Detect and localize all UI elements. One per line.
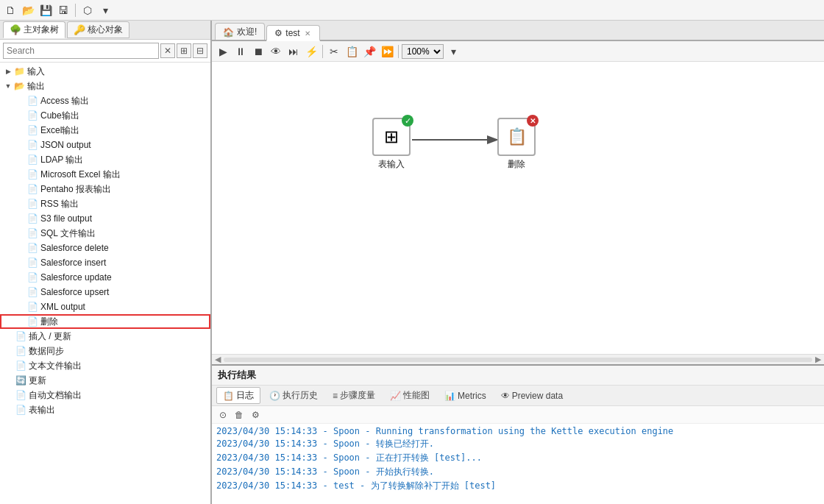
results-panel: 执行结果 📋 日志 🕐 执行历史 ≡ 步骤度量 (212, 364, 824, 504)
results-tab-history[interactable]: 🕐 执行历史 (263, 388, 324, 403)
log-line-1: 2023/04/30 15:14:33 - Spoon - 转换已经打开. (216, 437, 820, 451)
dropdown-icon[interactable]: ▾ (98, 3, 113, 18)
tree-item-access-output[interactable]: 📄 Access 输出 (0, 93, 210, 108)
welcome-tab-icon: 🏠 (223, 27, 234, 38)
tree-item-s3[interactable]: 📄 S3 file output (0, 211, 210, 226)
node-delete-label: 删除 (508, 158, 525, 171)
tree-item-sf-delete[interactable]: 📄 Salesforce delete (0, 241, 210, 255)
paste-btn[interactable]: 📌 (361, 43, 377, 60)
excel-output-icon: 📄 (26, 124, 38, 136)
log-stop-btn[interactable]: ⊙ (216, 408, 230, 422)
node-table-input-icon: ⊞ (384, 127, 399, 147)
layers-icon[interactable]: ⬡ (80, 3, 95, 18)
fast-fwd-btn[interactable]: ⚡ (303, 43, 319, 60)
log-settings-btn[interactable]: ⚙ (249, 408, 262, 422)
zoom-dropdown-btn[interactable]: ▾ (445, 43, 461, 60)
node-delete-badge: ✕ (527, 115, 539, 127)
input-label: 输入 (27, 65, 45, 78)
results-tab-steps[interactable]: ≡ 步骤度量 (327, 388, 381, 403)
tree-item-output[interactable]: ▼ 📂 输出 (0, 79, 210, 93)
cut-btn[interactable]: ✂ (326, 43, 342, 60)
log-clear-btn[interactable]: 🗑 (232, 408, 246, 422)
tree-item-delete[interactable]: 📄 删除 (0, 314, 210, 329)
pause-btn[interactable]: ⏸ (232, 43, 249, 60)
search-clear-btn[interactable]: ✕ (160, 43, 175, 58)
tree-item-xml-output[interactable]: 📄 XML output (0, 299, 210, 314)
tree-item-table-output[interactable]: 📄 表输出 (0, 402, 210, 417)
step-btn[interactable]: ⏩ (379, 43, 395, 60)
results-tabs: 📋 日志 🕐 执行历史 ≡ 步骤度量 📈 性能图 (212, 386, 824, 406)
tree-item-insert-update[interactable]: 📄 插入 / 更新 (0, 329, 210, 344)
excel-output-label: Excel输出 (40, 124, 79, 137)
tab-test[interactable]: ⚙ test ✕ (266, 25, 319, 41)
tree-item-sf-insert[interactable]: 📄 Salesforce insert (0, 255, 210, 270)
text-file-icon: 📄 (15, 360, 26, 372)
xml-output-icon: 📄 (26, 301, 38, 313)
table-output-label: 表输出 (29, 404, 55, 416)
tab-main-objects-label: 主对象树 (24, 24, 59, 36)
tree-item-ms-excel[interactable]: 📄 Microsoft Excel 输出 (0, 167, 210, 182)
tree-item-auto-doc[interactable]: 📄 自动文档输出 (0, 388, 210, 402)
tab-main-objects[interactable]: 🌳 主对象树 (3, 21, 65, 38)
cube-output-icon: 📄 (26, 110, 38, 121)
log-content: 2023/04/30 15:14:33 - Spoon - Running tr… (212, 424, 824, 504)
text-file-label: 文本文件输出 (29, 360, 82, 372)
zoom-select[interactable]: 100% 75% 50% 150% (402, 44, 444, 59)
update-label: 更新 (29, 375, 46, 387)
tree-item-rss[interactable]: 📄 RSS 输出 (0, 196, 210, 211)
eye-btn[interactable]: 👁 (268, 43, 284, 60)
rss-icon: 📄 (26, 198, 38, 210)
top-toolbar: 🗋 📂 💾 🖫 ⬡ ▾ (0, 0, 824, 21)
tab-welcome[interactable]: 🏠 欢迎! (215, 23, 265, 40)
log-line-4: 2023/04/30 15:14:33 - test - 为了转换解除补丁开始 … (216, 479, 820, 493)
results-tab-log[interactable]: 📋 日志 (216, 387, 260, 404)
preview-tab-label: Preview data (512, 391, 563, 401)
play-btn[interactable]: ▶ (215, 43, 231, 60)
node-delete[interactable]: 📋 ✕ 删除 (497, 118, 536, 171)
insert-update-label: 插入 / 更新 (29, 330, 71, 343)
stop-btn[interactable]: ⏹ (250, 43, 266, 60)
tree-item-data-sync[interactable]: 📄 数据同步 (0, 344, 210, 358)
saveas-icon[interactable]: 🖫 (56, 3, 71, 18)
main-objects-icon: 🌳 (10, 24, 21, 35)
tree-item-input[interactable]: ▶ 📁 输入 (0, 64, 210, 79)
tree-item-text-file[interactable]: 📄 文本文件输出 (0, 358, 210, 373)
tree-item-sf-upsert[interactable]: 📄 Salesforce upsert (0, 285, 210, 299)
open-icon[interactable]: 📂 (21, 3, 35, 18)
h-scrollbar[interactable]: ◀ ▶ (212, 354, 824, 364)
tab-core-objects[interactable]: 🔑 核心对象 (67, 21, 129, 38)
access-output-icon: 📄 (26, 95, 38, 107)
data-sync-label: 数据同步 (29, 345, 64, 358)
results-tab-preview[interactable]: 👁 Preview data (495, 389, 569, 402)
toolbar-sep-1 (75, 4, 76, 17)
tree-item-sf-update[interactable]: 📄 Salesforce update (0, 270, 210, 285)
preview-tab-icon: 👁 (501, 391, 510, 401)
tree-item-json-output[interactable]: 📄 JSON output (0, 138, 210, 152)
tab-welcome-label: 欢迎! (237, 26, 257, 38)
results-tab-metrics[interactable]: 📊 Metrics (438, 389, 492, 402)
new-icon[interactable]: 🗋 (3, 3, 18, 18)
tree-item-pentaho[interactable]: 📄 Pentaho 报表输出 (0, 182, 210, 196)
save-icon[interactable]: 💾 (38, 3, 53, 18)
tree-item-excel-output[interactable]: 📄 Excel输出 (0, 123, 210, 138)
results-tab-perf[interactable]: 📈 性能图 (384, 388, 436, 403)
node-table-input-badge: ✓ (402, 115, 413, 127)
skip-fwd-btn[interactable]: ⏭ (285, 43, 302, 60)
tab-test-close[interactable]: ✕ (303, 29, 312, 38)
copy-btn[interactable]: 📋 (344, 43, 360, 60)
s3-icon: 📄 (26, 213, 38, 224)
search-input[interactable] (3, 43, 159, 59)
tree-item-ldap-output[interactable]: 📄 LDAP 输出 (0, 152, 210, 167)
canvas-toolbar: ▶ ⏸ ⏹ 👁 ⏭ ⚡ ✂ 📋 📌 ⏩ 100% 75% 50% 150% ▾ (212, 41, 824, 62)
search-layout-btn[interactable]: ⊞ (177, 43, 191, 58)
search-options-btn[interactable]: ⊟ (193, 43, 207, 58)
tree-item-sql-output[interactable]: 📄 SQL 文件输出 (0, 226, 210, 241)
sf-upsert-label: Salesforce upsert (40, 287, 109, 297)
sf-upsert-icon: 📄 (26, 286, 38, 298)
sf-insert-label: Salesforce insert (40, 258, 106, 268)
input-arrow: ▶ (3, 66, 13, 77)
output-arrow: ▼ (3, 81, 13, 91)
tree-item-update[interactable]: 🔄 更新 (0, 373, 210, 388)
tree-item-cube-output[interactable]: 📄 Cube输出 (0, 108, 210, 123)
node-table-input[interactable]: ⊞ ✓ 表输入 (372, 118, 411, 171)
